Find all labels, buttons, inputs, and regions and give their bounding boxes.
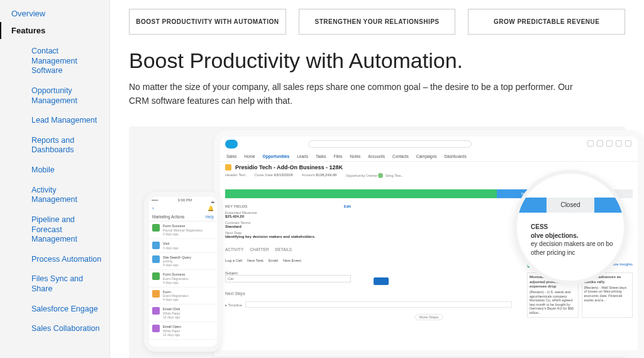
header-icon: [625, 140, 631, 147]
sidebar-features-active[interactable]: Features: [0, 22, 109, 39]
sidebar-item-salesforce-engage[interactable]: Salesforce Engage: [20, 299, 109, 320]
sidebar: Overview Features Contact Management Sof…: [0, 0, 110, 358]
subject-row: Subject: [225, 271, 376, 282]
key-fields: KEY FIELDSEdit Expected Revenue$25,424.2…: [225, 204, 351, 241]
more-steps: More Steps: [415, 314, 443, 320]
phone-list-item: Site Search Querypricing4 days ago: [149, 253, 217, 271]
activity-type-icon: [152, 290, 160, 298]
phone-list-item: Email OpenWhite Paper12 days ago: [149, 322, 217, 340]
sidebar-item-process-automation[interactable]: Process Automation: [20, 250, 109, 270]
mag-stage-blue-2: [594, 198, 622, 213]
header-icon: [597, 140, 603, 147]
magnifier-callout: Closed CESS olve objections. ey decision…: [513, 170, 628, 284]
detail-tabs: ACTIVITYCHATTERDETAILS: [225, 247, 292, 252]
sidebar-item-activity-management[interactable]: Activity Management: [20, 181, 109, 210]
sidebar-item-opportunity-management[interactable]: Opportunity Management: [20, 81, 109, 111]
bell-icon: 🔔: [208, 206, 214, 211]
next-steps-label: Next Steps: [225, 291, 245, 296]
feature-tabs: BOOST PRODUCTIVITY WITH AUTOMATION STREN…: [129, 9, 625, 35]
sidebar-item-pipeline-forecast[interactable]: Pipeline and Forecast Management: [20, 210, 109, 250]
sidebar-sublist: Contact Management Software Opportunity …: [0, 39, 109, 339]
phone-list-item: Form SuccessPayroll Webinar Registration…: [149, 221, 217, 239]
nav-notes: Notes: [350, 154, 360, 159]
phone-list: Form SuccessPayroll Webinar Registration…: [149, 221, 217, 339]
nav-tasks: Tasks: [316, 154, 326, 159]
save-button: [374, 277, 389, 285]
sidebar-item-files-sync-share[interactable]: Files Sync and Share: [20, 269, 109, 299]
phone-mock: •••••3:00 PM▂ ‹🔔 Marketing ActionsHelp F…: [144, 192, 222, 352]
phone-list-item: Visit4 days ago: [149, 239, 217, 253]
activity-type-icon: [152, 307, 160, 315]
activity-type-icon: [152, 272, 160, 280]
activity-type-icon: [152, 255, 160, 263]
nav-contacts: Contacts: [392, 154, 409, 159]
salesforce-logo-icon: [225, 140, 238, 148]
tab-strengthen-relationships[interactable]: STRENGTHEN YOUR RELATIONSHIPS: [299, 9, 456, 35]
meta-header: Header Text: [225, 173, 245, 178]
sidebar-item-reports-dashboards[interactable]: Reports and Dashboards: [20, 131, 109, 160]
sidebar-item-mobile[interactable]: Mobile: [20, 160, 109, 181]
nav-campaigns: Campaigns: [416, 154, 437, 159]
header-icon: [616, 140, 622, 147]
tab-boost-productivity[interactable]: BOOST PRODUCTIVITY WITH AUTOMATION: [129, 9, 286, 35]
activity-type-icon: [152, 242, 160, 249]
record-title: Presidio Tech - Add-On Business - 128K: [235, 164, 343, 171]
product-illustration: Sales Home Opportunities Leads Tasks Fil…: [129, 126, 625, 358]
activity-tabs: Log a CallNew TaskEmailNew Event: [225, 259, 301, 262]
phone-list-item: Form SuccessEvent Registration4 days ago: [149, 270, 217, 288]
activity-type-icon: [152, 224, 160, 232]
sidebar-overview[interactable]: Overview: [0, 5, 109, 22]
nav-dashboards: Dashboards: [445, 154, 467, 159]
page-body: No matter the size of your company, all …: [129, 81, 582, 108]
back-icon: ‹: [152, 205, 154, 211]
activity-type-icon: [152, 325, 160, 332]
mag-stage-blue: [519, 198, 547, 213]
sidebar-item-contact-management[interactable]: Contact Management Software: [20, 42, 109, 81]
nav-sales: Sales: [226, 154, 236, 159]
phone-list-item: FormEvent Registration4 days ago: [149, 288, 217, 305]
app-nav: Sales Home Opportunities Leads Tasks Fil…: [220, 152, 638, 162]
phone-list-item: Email ClickWhite Paper12 days ago: [149, 305, 217, 322]
nav-leads: Leads: [297, 154, 308, 159]
nav-opportunities: Opportunities: [263, 154, 290, 159]
timeline-row: ▸ Timeline: [225, 300, 512, 309]
sidebar-item-sales-collaboration[interactable]: Sales Collaboration: [20, 319, 109, 339]
sidebar-item-lead-management[interactable]: Lead Management: [20, 111, 109, 131]
main-content: BOOST PRODUCTIVITY WITH AUTOMATION STREN…: [110, 0, 644, 358]
nav-files: Files: [334, 154, 343, 159]
global-search-input: [308, 140, 472, 148]
header-icons: [587, 140, 631, 147]
nav-accounts: Accounts: [368, 154, 385, 159]
page-headline: Boost Productivity with Automation.: [129, 48, 625, 73]
opportunity-icon: [225, 164, 231, 171]
subject-input: [225, 275, 351, 282]
nav-home: Home: [244, 154, 255, 159]
avatar: [378, 173, 383, 178]
tab-grow-revenue[interactable]: GROW PREDICTABLE REVENUE: [468, 9, 625, 35]
mag-stage-closed: Closed: [547, 198, 594, 213]
header-icon: [587, 140, 594, 147]
header-icon: [606, 140, 613, 147]
